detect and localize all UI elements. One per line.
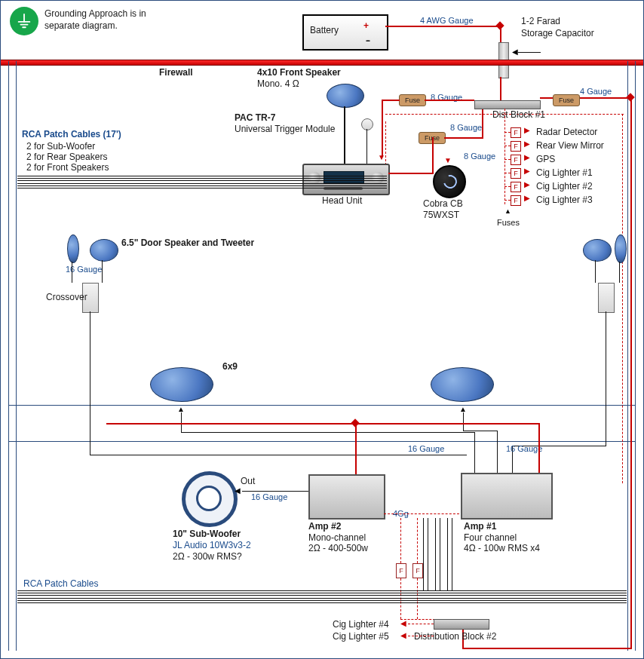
- wire-xover-l-across: [90, 455, 467, 455]
- crossover-label: Crossover: [46, 292, 87, 302]
- acc-gps: GPS: [536, 154, 555, 164]
- wire-acc-2: [504, 146, 511, 146]
- dist-block-1-label: Dist Block #1: [492, 109, 545, 120]
- fuses-label: Fuses: [497, 218, 520, 227]
- wire-xover-l-down: [90, 311, 90, 455]
- acc-radar: Radar Detector: [536, 127, 597, 137]
- acc-fuse-4: F: [511, 168, 521, 179]
- wire-acc-3: [504, 159, 511, 160]
- sub-woofer-icon: [182, 471, 238, 527]
- wire-amp-pwr-h: [106, 423, 540, 425]
- wire-head-to-cobra-a: [388, 173, 434, 174]
- wire-acc-5: [504, 186, 511, 187]
- wire-8g-mid: [444, 137, 483, 139]
- wire-sub-out: [242, 491, 308, 492]
- door-woofer-left: [67, 234, 79, 263]
- acc-cig3: Cig Lighter #3: [536, 195, 593, 205]
- wire-xover-r-b: [619, 262, 620, 283]
- rca-bottom-label: RCA Patch Cables: [23, 578, 98, 589]
- cig4-label: Cig Lighter #4: [333, 619, 389, 630]
- wire-cig5: [408, 636, 434, 636]
- door-spk-title: 6.5" Door Speaker and Tweeter: [121, 238, 254, 248]
- rca-l2: 2 for Rear Speakers: [26, 152, 107, 162]
- wire-head-pwr-h: [382, 100, 400, 101]
- door-woofer-right: [615, 234, 627, 263]
- battery-negative: --: [366, 35, 369, 46]
- rca-up-c: [435, 518, 436, 590]
- pac-title: PAC TR-7: [235, 112, 275, 123]
- dist-block-2-label: Distribution Block #2: [414, 631, 496, 642]
- cobra-cb-icon: [433, 165, 466, 198]
- gauge-8c: 8 Gauge: [464, 152, 495, 161]
- wire-amp1-pwr-v: [538, 423, 540, 473]
- wire-acc-feed: [504, 109, 505, 204]
- grounding-icon: [10, 7, 38, 35]
- wire-xover-l-b: [102, 260, 103, 283]
- acc-fuse-6: F: [511, 195, 521, 206]
- sixby9-left: [150, 367, 213, 402]
- acc-cig1: Cig Lighter #1: [536, 167, 593, 178]
- wire-6x9-l-into: [474, 432, 475, 473]
- amp-1: [461, 473, 553, 520]
- wire-amp2-pwr-v: [355, 423, 357, 474]
- wire-right-vertical: [630, 97, 632, 649]
- capacitor-label-2: Storage Capacitor: [521, 28, 594, 38]
- mini-fuse-2: F: [412, 563, 423, 578]
- battery-label: Battery: [310, 25, 339, 35]
- wire-bottom-run: [464, 648, 632, 649]
- capacitor-label-1: 1-2 Farad: [521, 16, 560, 26]
- wire-amp-link: [384, 513, 459, 514]
- wire-head-to-cobra-b: [432, 137, 434, 174]
- cig5-label: Cig Lighter #5: [333, 631, 389, 642]
- wire-6x9-r-v: [463, 412, 464, 431]
- wire-6x9-l-v: [181, 412, 182, 432]
- arrow-cig5: [400, 631, 406, 639]
- wire-cap-to-dist: [500, 77, 501, 100]
- wire-8g-mid-up: [482, 109, 483, 139]
- firewall-bar: [1, 60, 643, 66]
- amp1-title: Amp #1: [464, 521, 496, 532]
- awg4-label: 4 AWG Gauge: [420, 16, 474, 25]
- wire-pac-to-head: [366, 129, 367, 164]
- rca-l1: 2 for Sub-Woofer: [26, 141, 95, 152]
- dist-block-2: [434, 619, 489, 630]
- sixby9-right: [431, 367, 494, 402]
- cobra-l1: Cobra CB: [423, 198, 463, 209]
- door-tweeter-left: [90, 239, 118, 262]
- pac-sub: Universal Trigger Module: [235, 124, 335, 134]
- wire-6x9-r-h: [463, 431, 497, 431]
- amp2-l2: 2Ω - 400-500w: [308, 543, 368, 553]
- wire-acc-1: [504, 132, 511, 133]
- crossover-right: [598, 283, 615, 313]
- acc-fuse-3: F: [511, 155, 521, 165]
- body-outline-right-inner: [627, 61, 628, 651]
- wire-head-pwr: [382, 100, 383, 157]
- arrow-cig2: [524, 180, 530, 189]
- arrow-cobra-pwr: [444, 156, 452, 164]
- door-tweeter-right: [583, 239, 612, 262]
- cobra-l2: 75WXST: [423, 210, 459, 220]
- arrow-gps: [524, 153, 530, 161]
- rca-up-a: [423, 518, 424, 590]
- wire-6x9-l-h: [181, 432, 474, 433]
- sub-out: Out: [241, 476, 255, 486]
- wire-frontspk-to-head: [344, 106, 345, 164]
- acc-fuse-5: F: [511, 182, 521, 192]
- gauge-8b: 8 Gauge: [450, 123, 482, 132]
- wire-8g-top: [425, 100, 474, 101]
- amp2-title: Amp #2: [308, 521, 341, 532]
- rca-l3: 2 for Front Speakers: [26, 162, 109, 173]
- acc-cig2: Cig Lighter #2: [536, 181, 593, 192]
- wiring-diagram: Grounding Approach is in separate diagra…: [0, 0, 644, 659]
- acc-fuse-2: F: [511, 141, 521, 152]
- battery: Battery + --: [302, 14, 388, 51]
- gauge-16c: 16 Gauge: [506, 444, 542, 453]
- arrow-radar: [524, 126, 530, 134]
- body-outline-right-outer: [635, 61, 636, 651]
- arrow-capacitor: [512, 48, 518, 56]
- fuse-4g-right: Fuse: [553, 94, 580, 106]
- fuse-8g-top: Fuse: [399, 94, 426, 106]
- front-speaker-icon: [327, 84, 364, 108]
- body-line-b: [8, 441, 636, 442]
- wire-cap-down: [500, 26, 501, 42]
